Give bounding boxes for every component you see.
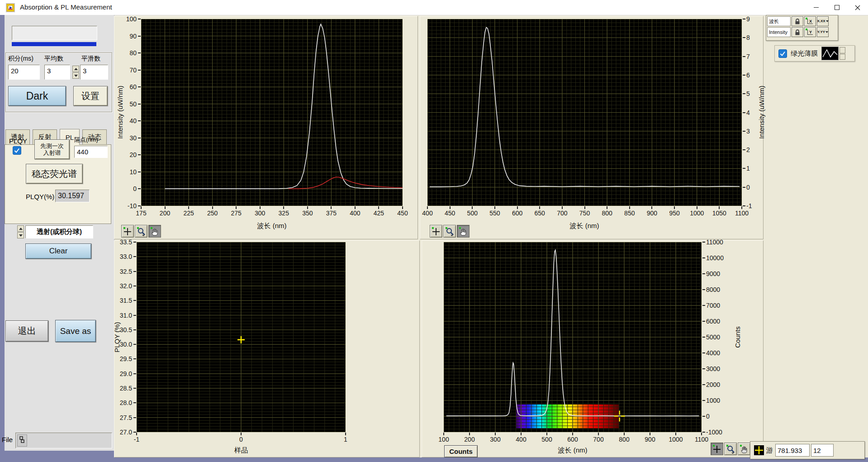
lock-icon (794, 29, 801, 36)
tick-label: 750 (579, 210, 590, 217)
integration-label: 积分(ms) (8, 55, 33, 63)
tick-mark (702, 432, 705, 433)
save-as-button[interactable]: Save as (55, 320, 96, 342)
tick-label: 800 (619, 436, 629, 443)
cursor-tool-button[interactable] (430, 225, 442, 238)
zoom-tool-button[interactable] (443, 225, 456, 238)
tick-mark (138, 205, 141, 206)
tick-mark (402, 206, 403, 209)
y-format-button[interactable]: Y.YY (817, 27, 829, 37)
steady-pl-button[interactable]: 稳态荧光谱 (26, 164, 83, 184)
tick-mark (584, 206, 585, 209)
scale-legend: 波长 X X.XX Intensity Y Y.YY (766, 15, 838, 41)
series-visible-checkbox[interactable] (778, 49, 787, 58)
file-path-input[interactable] (15, 433, 112, 448)
tick-label: 32.5 (120, 268, 132, 275)
smooth-spinner[interactable] (72, 66, 79, 79)
y-scale-name[interactable]: Intensity (767, 27, 791, 37)
plqy-pct-label: PLQY(%) (26, 193, 54, 200)
cursor-x-value[interactable]: 781.933 (775, 444, 810, 457)
tick-mark (260, 206, 261, 209)
minimize-button[interactable] (806, 0, 826, 15)
counts-plot[interactable] (444, 242, 702, 432)
average-label: 平均数 (44, 55, 63, 63)
spin-down-icon[interactable] (17, 232, 24, 238)
settings-button[interactable]: 设置 (73, 86, 108, 106)
plqy-plot[interactable] (137, 242, 346, 432)
cursor-tool-button[interactable] (711, 443, 723, 455)
tick-label: 325 (279, 210, 289, 217)
tick-label: 30.0 (120, 341, 132, 348)
app-icon (6, 3, 15, 12)
average-input[interactable]: 3 (44, 65, 70, 80)
x-axis-title: 波长 (nm) (570, 222, 599, 230)
close-button[interactable] (847, 0, 868, 15)
x-format-button[interactable]: X.XX (817, 16, 829, 26)
tick-mark (702, 257, 705, 258)
cursor-marker-icon[interactable] (754, 445, 764, 455)
counts-legend-button[interactable]: Counts (444, 445, 478, 457)
x-autoscale-button[interactable]: X (804, 16, 816, 26)
tick-label: 400 (350, 210, 360, 217)
tick-mark (133, 242, 136, 243)
excitation-plot[interactable] (141, 19, 403, 206)
tick-label: 300 (490, 436, 500, 443)
check-icon (13, 147, 21, 154)
y-autoscale-button[interactable]: Y (804, 27, 816, 37)
tick-mark (743, 37, 745, 38)
tick-label: 3000 (706, 365, 720, 372)
tick-label: 6 (746, 71, 750, 79)
measure-incident-button[interactable]: 先测一次 入射谱 (34, 139, 70, 159)
exit-button[interactable]: 退出 (5, 320, 48, 342)
y-scale-lock-button[interactable] (792, 27, 803, 37)
zoom-tool-button[interactable] (724, 443, 737, 455)
emission-plot[interactable] (427, 19, 742, 206)
pan-tool-button[interactable] (148, 225, 161, 238)
tick-label: 32.0 (120, 282, 132, 290)
clear-button[interactable]: Clear (25, 243, 91, 259)
tick-label: 28.0 (120, 399, 132, 406)
tick-mark (743, 93, 745, 94)
tick-mark (241, 433, 242, 435)
tick-label: -10 (128, 202, 137, 210)
y-autoscale-icon: Y (807, 30, 813, 35)
absorption-method-select[interactable]: 透射(或积分球) (25, 225, 93, 238)
cursor-tool-button[interactable] (121, 225, 134, 238)
tick-label: 20 (129, 151, 137, 158)
left-chrome-strip (0, 15, 5, 462)
tick-mark (743, 112, 745, 113)
tick-label: 650 (535, 210, 545, 217)
spin-up-icon[interactable] (72, 66, 79, 72)
smooth-input[interactable]: 3 (80, 65, 108, 80)
absorption-method-spinner[interactable] (17, 225, 24, 238)
tick-label: 10 (129, 168, 137, 176)
dark-button[interactable]: Dark (8, 86, 66, 106)
y-axis-title: Intensity (uW/nm) (758, 86, 765, 139)
series-name: 绿光薄膜 (791, 49, 818, 58)
pan-tool-button[interactable] (738, 443, 750, 455)
tick-mark (133, 358, 136, 359)
x-scale-name[interactable]: 波长 (767, 16, 791, 26)
x-scale-lock-button[interactable] (792, 16, 803, 26)
tick-mark (138, 104, 141, 105)
gap-input[interactable]: 440 (74, 146, 108, 158)
tick-label: 950 (669, 210, 679, 217)
tick-label: 1000 (706, 397, 720, 404)
plqy-checkbox[interactable] (13, 146, 21, 155)
legend-scrollbar[interactable] (840, 47, 845, 60)
series-line-sample[interactable] (821, 47, 839, 60)
tick-mark (521, 433, 522, 435)
tick-mark (133, 315, 136, 316)
tick-mark (165, 206, 166, 209)
cursor-y-value[interactable]: 12 (811, 444, 834, 457)
tick-label: 2 (746, 146, 750, 153)
tick-label: 700 (593, 436, 603, 443)
tick-label: 4000 (706, 349, 720, 357)
tick-label: 30 (129, 134, 137, 142)
zoom-tool-button[interactable] (135, 225, 147, 238)
spin-up-icon[interactable] (17, 225, 24, 232)
pan-tool-button[interactable] (457, 225, 470, 238)
spin-down-icon[interactable] (72, 72, 79, 79)
integration-input[interactable]: 20 (8, 65, 40, 80)
maximize-button[interactable] (826, 0, 847, 15)
